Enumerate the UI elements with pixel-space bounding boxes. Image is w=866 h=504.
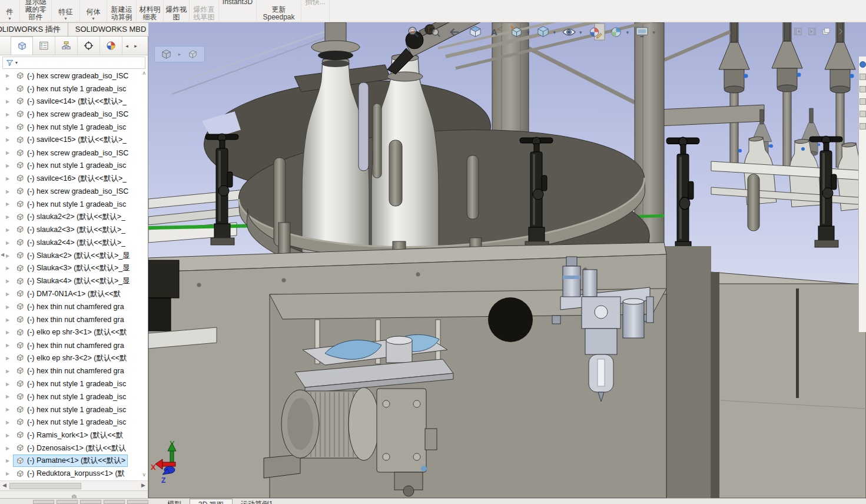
ribbon-item-7[interactable]: 爆炸直 线草图 <box>190 0 219 22</box>
tree-item[interactable]: ▶(-) Slauka<4> (默认<<默认>_显 <box>0 275 141 288</box>
expand-arrow-icon[interactable]: ▶ <box>6 240 13 246</box>
window-button[interactable] <box>57 500 78 504</box>
taskpane-blue-icon[interactable] <box>860 61 866 68</box>
scrollbar-thumb[interactable] <box>9 483 81 489</box>
3d-scene[interactable]: Y X Z <box>148 22 866 498</box>
expand-arrow-icon[interactable]: ▶ <box>6 278 13 284</box>
dropdown-caret-icon[interactable]: ▾ <box>527 29 530 35</box>
expand-arrow-icon[interactable]: ▶ <box>6 356 13 361</box>
expand-arrow-icon[interactable]: ▶ <box>6 407 13 412</box>
expand-arrow-icon[interactable]: ▶ <box>6 420 13 425</box>
selection-context-toolbar[interactable]: ▸ <box>154 46 205 62</box>
taskpane-page-icon[interactable] <box>860 98 866 105</box>
commandmanager-tab-0[interactable]: SOLIDWORKS 插件 <box>0 22 68 37</box>
window-button[interactable] <box>33 500 54 504</box>
cabinet-hole[interactable] <box>488 297 533 342</box>
scroll-left-icon[interactable]: ◀ <box>2 482 6 488</box>
tree-item[interactable]: ▶(-) Pamatne<1> (默认<<默认> <box>0 455 141 467</box>
ribbon-item-8[interactable]: Instant3D <box>219 0 257 22</box>
scroll-right-icon[interactable]: ▶ <box>141 482 145 488</box>
expand-arrow-icon[interactable]: ▶ <box>6 137 13 142</box>
tree-item[interactable]: ▶(-) Slauka<3> (默认<<默认>_显 <box>0 262 141 275</box>
zoom-area-icon[interactable] <box>427 25 442 39</box>
window-button[interactable] <box>80 500 101 504</box>
expand-arrow-icon[interactable]: ▶ <box>6 291 13 297</box>
expand-arrow-icon[interactable]: ▶ <box>6 112 13 117</box>
cascade-windows-icon[interactable] <box>822 27 831 36</box>
tree-item[interactable]: ▶(-) hex thin nut chamfered gra <box>0 364 141 377</box>
tree-item[interactable]: ▶(-) hex thin nut chamfered gra <box>0 313 141 326</box>
expand-arrow-icon[interactable]: ▶ <box>6 394 13 399</box>
taskpane-page-icon[interactable] <box>860 111 866 117</box>
panel-tab-displaymanager[interactable] <box>100 37 122 55</box>
expand-arrow-icon[interactable]: ▶ <box>6 125 13 130</box>
tree-item[interactable]: ▶(-) elko ep shr-3<2> (默认<<默 <box>0 352 141 365</box>
expand-arrow-icon[interactable]: ▶ <box>6 99 13 104</box>
tree-item[interactable]: ▶(-) hex thin nut chamfered gra <box>0 339 141 352</box>
hide-show-items-icon[interactable] <box>562 25 576 39</box>
scroll-down-icon[interactable]: ∨ <box>142 472 146 478</box>
expand-arrow-icon[interactable]: ▶ <box>6 446 13 451</box>
bottom-tab-1[interactable]: 3D 视图 <box>190 499 233 504</box>
view-settings-icon[interactable] <box>635 25 649 39</box>
expand-arrow-icon[interactable]: ▶ <box>6 382 13 387</box>
ribbon-item-4[interactable]: 新建运 动算例 <box>107 0 137 22</box>
expand-arrow-icon[interactable]: ▶ <box>6 433 13 438</box>
ribbon-item-2[interactable]: 特征▾ <box>52 0 80 22</box>
tree-item[interactable]: ▶(-) hex nut style 1 gradeab_isc <box>0 403 141 416</box>
commandmanager-tab-1[interactable]: SOLIDWORKS MBD <box>68 22 154 37</box>
previous-view-icon[interactable] <box>447 25 462 39</box>
tree-item[interactable]: ▶(-) hex nut style 1 gradeab_isc <box>0 198 141 211</box>
edit-appearance-icon[interactable] <box>588 25 603 39</box>
tree-item[interactable]: ▶(-) savilce<15> (默认<<默认>_ <box>0 134 141 147</box>
taskpane-page-icon[interactable] <box>860 86 866 92</box>
tree-item[interactable]: ▶(-) elko ep shr-3<1> (默认<<默 <box>0 326 141 339</box>
previous-window-icon[interactable] <box>794 27 802 36</box>
assembly-cube-icon[interactable] <box>161 49 172 60</box>
ribbon-item-1[interactable]: 显示隐 藏的零 部件 <box>20 0 52 22</box>
panel-tabs-scroll-left-icon[interactable]: ◂ <box>122 37 131 55</box>
tree-item[interactable]: ▶(-) hex nut style 1 gradeab_isc <box>0 121 141 134</box>
expand-arrow-icon[interactable]: ▶ <box>6 253 13 258</box>
bottom-tab-2[interactable]: 运动算例1 <box>233 499 281 504</box>
next-window-icon[interactable] <box>808 27 817 36</box>
tree-item[interactable]: ▶(-) hex screw gradeab_iso_ISC <box>0 185 141 198</box>
taskpane-page-icon[interactable] <box>860 123 866 130</box>
ribbon-item-0[interactable]: 件▾ <box>0 0 20 22</box>
tree-item[interactable]: ▶(-) hex nut style 1 gradeab_isc <box>0 390 141 403</box>
display-style-icon[interactable] <box>536 25 550 39</box>
tree-item[interactable]: ▶(-) slauka2<4> (默认<<默认>_ <box>0 236 141 249</box>
panel-tabs-scroll-right-icon[interactable]: ▸ <box>131 37 140 55</box>
view-orientation-icon[interactable] <box>509 25 524 39</box>
dropdown-caret-icon[interactable]: ▾ <box>626 29 629 35</box>
tree-item[interactable]: ▶(-) Ramis_kork<1> (默认<<默 <box>0 429 141 442</box>
tree-item[interactable]: ▶(-) Dzenosais<1> (默认<<默认 <box>0 442 141 455</box>
expand-arrow-icon[interactable]: ▶ <box>6 471 13 476</box>
panel-tab-featuremanager-tree[interactable] <box>11 37 33 55</box>
expand-arrow-icon[interactable]: ▶ <box>6 458 13 463</box>
expand-taskpane-icon[interactable] <box>836 27 845 36</box>
dropdown-caret-icon[interactable]: ▾ <box>15 60 18 65</box>
tree-item[interactable]: ▶(-) Reduktora_korpuss<1> (默 <box>0 467 141 480</box>
tree-item[interactable]: ▶(-) slauka2<2> (默认<<默认>_ <box>0 211 141 224</box>
apply-scene-icon[interactable] <box>609 25 623 39</box>
panel-tab-propertymanager[interactable] <box>33 37 55 55</box>
horizontal-scrollbar[interactable]: ◀ ▶ <box>0 480 148 490</box>
panel-splitter[interactable] <box>0 490 148 498</box>
tree-item[interactable]: ▶(-) hex screw gradeab_iso_ISC <box>0 147 141 160</box>
expand-arrow-icon[interactable]: ▶ <box>6 227 13 233</box>
taskpane-strip[interactable] <box>858 57 866 332</box>
expand-arrow-icon[interactable]: ▶ <box>6 304 13 310</box>
expand-arrow-icon[interactable]: ▶ <box>6 73 13 78</box>
tree-item[interactable]: ▶(-) hex nut style 1 gradeab_isc <box>0 377 141 390</box>
dropdown-caret-icon[interactable]: ▾ <box>579 29 582 35</box>
right-cabinet[interactable] <box>711 272 866 498</box>
expand-arrow-icon[interactable]: ▶ <box>6 317 13 323</box>
expand-arrow-icon[interactable]: ▶ <box>6 214 13 220</box>
expand-arrow-icon[interactable]: ▶ <box>6 343 13 348</box>
expand-arrow-icon[interactable]: ▶ <box>6 330 13 335</box>
ribbon-item-6[interactable]: 爆炸视 图 <box>164 0 190 22</box>
expand-arrow-icon[interactable]: ▶ <box>6 150 13 155</box>
zoom-fit-icon[interactable] <box>406 25 421 39</box>
tree-item[interactable]: ▶(-) savilce<14> (默认<<默认>_ <box>0 95 141 108</box>
